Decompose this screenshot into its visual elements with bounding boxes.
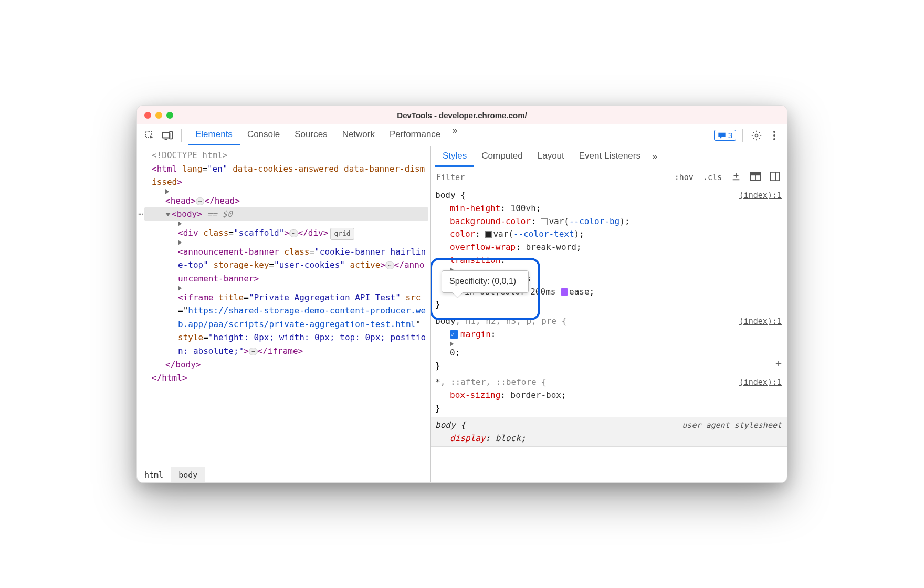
filter-input[interactable] bbox=[436, 173, 667, 182]
tab-event-listeners[interactable]: Event Listeners bbox=[572, 146, 648, 167]
rule-body-2[interactable]: (index):1 body, h1, h2, h3, p, pre { mar… bbox=[431, 313, 787, 374]
svg-point-5 bbox=[773, 131, 775, 133]
tab-layout[interactable]: Layout bbox=[530, 146, 572, 167]
source-link: user agent stylesheet bbox=[682, 419, 782, 432]
ellipsis-icon[interactable]: ⋯ bbox=[249, 348, 258, 355]
iframe-src-link[interactable]: https://shared-storage-demo-content-prod… bbox=[178, 306, 426, 329]
doctype-node[interactable]: <!DOCTYPE html> bbox=[144, 149, 428, 162]
tab-computed[interactable]: Computed bbox=[474, 146, 530, 167]
bezier-swatch-icon[interactable] bbox=[561, 288, 568, 296]
color-swatch-icon[interactable] bbox=[485, 231, 492, 238]
divider bbox=[742, 129, 743, 142]
sidebar-tabs: Styles Computed Layout Event Listeners » bbox=[431, 146, 787, 167]
expand-arrow-icon[interactable] bbox=[165, 189, 169, 194]
styles-rules[interactable]: Specificity: (0,0,1) (index):1 body { mi… bbox=[431, 187, 787, 482]
body-node[interactable]: ⋯<body> == $0 bbox=[144, 207, 428, 221]
hov-toggle[interactable]: :hov bbox=[673, 173, 696, 182]
issues-count: 3 bbox=[728, 131, 732, 140]
head-node[interactable]: <head>⋯</head> bbox=[144, 189, 428, 208]
panel-tabs: Elements Console Sources Network Perform… bbox=[188, 125, 711, 145]
svg-rect-14 bbox=[771, 172, 779, 180]
svg-rect-1 bbox=[162, 132, 170, 138]
dom-tree[interactable]: <!DOCTYPE html> <html lang="en" data-coo… bbox=[137, 146, 430, 467]
device-toolbar-icon[interactable] bbox=[160, 128, 175, 143]
tab-sources[interactable]: Sources bbox=[287, 125, 334, 145]
tab-elements[interactable]: Elements bbox=[188, 125, 240, 145]
source-link[interactable]: (index):1 bbox=[739, 316, 782, 328]
devtools-window: DevTools - developer.chrome.com/ Element… bbox=[136, 105, 788, 483]
more-sidebar-tabs-button[interactable]: » bbox=[648, 151, 662, 162]
elements-panel: <!DOCTYPE html> <html lang="en" data-coo… bbox=[137, 146, 431, 482]
computed-toggle-icon[interactable] bbox=[748, 172, 763, 183]
svg-point-7 bbox=[773, 138, 775, 140]
selected-dots-icon: ⋯ bbox=[138, 207, 143, 221]
rule-user-agent[interactable]: user agent stylesheet body { display: bl… bbox=[431, 417, 787, 447]
color-swatch-icon[interactable] bbox=[541, 218, 548, 225]
source-link[interactable]: (index):1 bbox=[739, 190, 782, 202]
expand-arrow-icon[interactable] bbox=[178, 221, 182, 226]
minimize-window-button[interactable] bbox=[155, 112, 162, 119]
styles-filter-bar: :hov .cls bbox=[431, 167, 787, 187]
svg-point-4 bbox=[755, 134, 758, 136]
crumb-body[interactable]: body bbox=[171, 467, 205, 482]
kebab-menu-icon[interactable] bbox=[767, 128, 782, 143]
crumb-html[interactable]: html bbox=[137, 467, 171, 482]
svg-rect-12 bbox=[751, 172, 760, 175]
tab-styles[interactable]: Styles bbox=[435, 146, 474, 167]
window-title: DevTools - developer.chrome.com/ bbox=[137, 111, 787, 120]
specificity-highlight: Specificity: (0,0,1) bbox=[431, 258, 540, 320]
body-close[interactable]: </body> bbox=[144, 358, 428, 372]
tab-console[interactable]: Console bbox=[240, 125, 287, 145]
collapse-arrow-icon[interactable] bbox=[165, 213, 171, 216]
gear-icon[interactable] bbox=[749, 128, 764, 143]
ellipsis-icon[interactable]: ⋯ bbox=[289, 229, 298, 237]
new-rule-icon[interactable] bbox=[729, 172, 743, 183]
tab-network[interactable]: Network bbox=[335, 125, 382, 145]
close-window-button[interactable] bbox=[144, 112, 151, 119]
svg-point-6 bbox=[773, 134, 775, 136]
expand-arrow-icon[interactable] bbox=[178, 240, 182, 245]
titlebar: DevTools - developer.chrome.com/ bbox=[137, 106, 787, 124]
main-toolbar: Elements Console Sources Network Perform… bbox=[137, 124, 787, 146]
traffic-lights bbox=[144, 112, 173, 119]
expand-arrow-icon[interactable] bbox=[450, 341, 454, 346]
announcement-banner-node[interactable]: <announcement-banner class="cookie-banne… bbox=[144, 240, 428, 286]
cls-toggle[interactable]: .cls bbox=[701, 173, 724, 182]
specificity-tooltip: Specificity: (0,0,1) bbox=[442, 270, 529, 293]
property-checkbox[interactable] bbox=[450, 330, 458, 339]
source-link[interactable]: (index):1 bbox=[739, 376, 782, 388]
divider bbox=[181, 129, 182, 142]
ellipsis-icon[interactable]: ⋯ bbox=[196, 197, 205, 205]
div-scaffold-node[interactable]: <div class="scaffold">⋯</div>grid bbox=[144, 221, 428, 240]
zoom-window-button[interactable] bbox=[166, 112, 173, 119]
add-property-icon[interactable]: + bbox=[775, 355, 782, 372]
tab-performance[interactable]: Performance bbox=[382, 125, 448, 145]
inspect-element-icon[interactable] bbox=[142, 128, 157, 143]
breadcrumb: html body bbox=[137, 467, 430, 482]
iframe-node[interactable]: <iframe title="Private Aggregation API T… bbox=[144, 286, 428, 358]
issues-badge[interactable]: 3 bbox=[714, 130, 736, 141]
html-open[interactable]: <html lang="en" data-cookies-answered da… bbox=[144, 162, 428, 189]
more-tabs-button[interactable]: » bbox=[448, 125, 461, 145]
ellipsis-icon[interactable]: ⋯ bbox=[385, 261, 394, 269]
expand-arrow-icon[interactable] bbox=[178, 286, 182, 291]
styles-sidebar: Styles Computed Layout Event Listeners »… bbox=[431, 146, 787, 482]
html-close[interactable]: </html> bbox=[144, 371, 428, 385]
main-area: <!DOCTYPE html> <html lang="en" data-coo… bbox=[137, 146, 787, 482]
toggle-sidebar-icon[interactable] bbox=[768, 172, 782, 183]
rule-universal[interactable]: (index):1 *, ::after, ::before { box-siz… bbox=[431, 374, 787, 417]
grid-badge[interactable]: grid bbox=[330, 228, 354, 240]
